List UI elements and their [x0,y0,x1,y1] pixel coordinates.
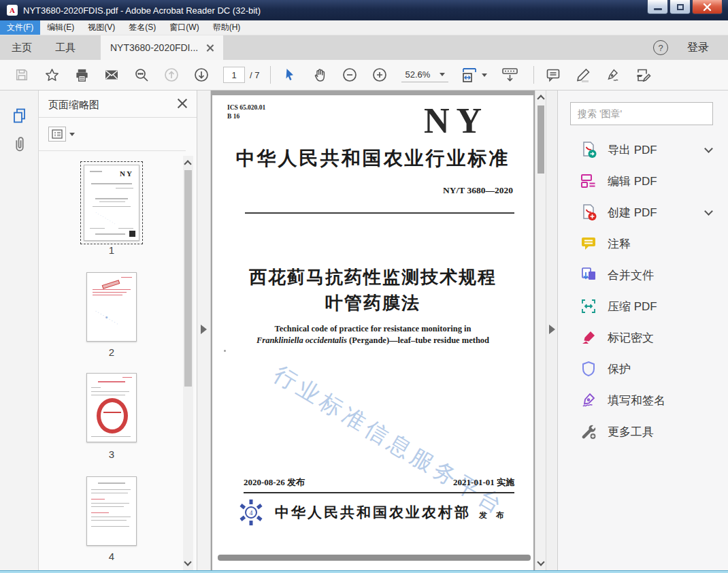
tool-export-pdf[interactable]: 导出 PDF [558,134,728,165]
scroll-down-icon[interactable] [184,558,191,566]
tool-fill-sign[interactable]: 填写和签名 [558,384,728,416]
tool-label: 编辑 PDF [608,174,657,189]
right-panel-gutter [546,91,558,570]
left-panel-gutter [197,91,211,570]
chevron-down-icon [482,73,487,77]
tool-label: 保护 [608,361,631,377]
protect-shield-icon [580,360,597,378]
tool-label: 填写和签名 [608,393,665,408]
tabbar-right: ? 登录 [653,40,728,55]
page-down-icon [193,67,210,83]
toolbar: / 7 52.6% [0,60,728,91]
redact-icon [580,329,597,346]
collapse-right-panel-handle[interactable] [549,325,555,334]
publisher-row: 4 中华人民共和国农业农村部 发 布 [237,497,508,528]
tools-search-input[interactable] [571,103,712,125]
left-rail [0,91,39,570]
toolbar-collapse-button[interactable] [499,67,520,83]
document-vertical-scrollbar[interactable] [535,91,546,570]
close-button[interactable] [692,0,723,14]
maximize-icon [677,4,684,10]
select-tool-button[interactable] [282,67,298,83]
tools-search[interactable] [570,102,713,125]
divider [39,150,186,151]
menu-edit[interactable]: 编辑(E) [40,20,81,35]
tool-comment[interactable]: 注释 [558,228,728,259]
dates-row: 2020-08-26 发布 2021-01-01 实施 [244,476,514,493]
next-page-button[interactable] [193,67,210,83]
menu-sign[interactable]: 签名(S) [122,20,163,35]
create-pdf-icon [580,203,597,221]
menu-help[interactable]: 帮助(H) [206,20,248,35]
hand-tool-button[interactable] [312,67,328,83]
help-button[interactable]: ? [653,40,668,55]
tool-label: 压缩 PDF [608,299,657,314]
tab-document-label: NYT3680-2020FDI... [110,42,198,53]
maximize-button[interactable] [669,0,691,14]
tab-tools[interactable]: 工具 [44,35,87,60]
standard-heading: 中华人民共和国农业行业标准 [212,146,533,171]
collapse-left-panel-handle[interactable] [201,325,207,334]
tool-combine-files[interactable]: 合并文件 [558,259,728,291]
fit-width-dropdown[interactable] [461,66,487,84]
save-button[interactable] [14,67,30,83]
email-button[interactable] [103,67,120,83]
previous-page-button[interactable] [163,67,180,83]
thumbnail-label: 4 [86,551,137,562]
close-icon [703,3,712,12]
thumbnail-page-1[interactable]: NY ········· [84,165,139,241]
menu-view[interactable]: 视图(V) [81,20,122,35]
thumbnail-label: 2 [86,346,137,358]
print-button[interactable] [73,67,90,83]
panel-close-icon[interactable] [177,98,187,108]
chevron-down-icon [704,144,713,153]
tool-compress-pdf[interactable]: 压缩 PDF [558,291,728,322]
scrollbar-thumb[interactable] [537,105,544,174]
implement-date: 2021-01-01 实施 [453,476,514,489]
tab-document[interactable]: NYT3680-2020FDI... [101,35,223,60]
search-button[interactable] [133,67,150,83]
menu-file[interactable]: 文件(F) [0,20,40,35]
zoom-level-dropdown[interactable]: 52.6% [401,67,448,82]
star-button[interactable] [44,67,60,83]
thumbnail-page-2[interactable]: ····●···· [86,272,137,342]
tab-close-icon[interactable] [206,44,214,52]
tool-protect[interactable]: 保护 [558,353,728,384]
tool-label: 创建 PDF [608,205,657,220]
page-thumbnails-rail-button[interactable] [11,107,29,127]
tool-create-pdf[interactable]: 创建 PDF [558,197,728,228]
zoom-in-button[interactable] [371,67,388,83]
zoom-out-button[interactable] [342,67,358,83]
toolbar-divider [533,66,534,84]
acrobat-app-icon: A [7,5,18,16]
thumbnails-options-button[interactable] [48,126,76,142]
scroll-up-icon[interactable] [184,160,191,167]
attachments-rail-button[interactable] [11,135,28,157]
horizontal-scrollbar-thumb[interactable] [218,555,531,561]
zoom-out-icon [342,67,358,83]
scroll-down-icon[interactable] [537,558,544,566]
login-button[interactable]: 登录 [687,41,709,55]
tab-home[interactable]: 主页 [0,35,44,60]
thumbnails-scrollbar[interactable] [183,156,193,570]
export-pdf-icon [580,141,597,159]
page-mark [224,350,226,352]
email-icon [103,67,120,83]
minimize-button[interactable] [647,0,668,14]
tool-more-tools[interactable]: 更多工具 [558,416,728,447]
ministry-emblem-icon: 4 [237,497,265,528]
thumbnail-page-3[interactable] [86,373,137,442]
fill-sign-tool-button[interactable] [635,67,651,83]
scrollbar-thumb[interactable] [184,170,192,387]
scroll-up-icon[interactable] [537,95,544,102]
comment-tool-button[interactable] [545,67,561,83]
search-icon [133,67,150,83]
page-number-input[interactable] [223,67,245,83]
tool-redact[interactable]: 标记密文 [558,322,728,353]
thumbnail-page-4[interactable] [86,476,137,546]
zoom-level-value: 52.6% [405,69,430,80]
highlight-tool-button[interactable] [575,67,591,83]
sign-tool-button[interactable] [605,67,621,83]
tool-edit-pdf[interactable]: 编辑 PDF [558,165,728,197]
menu-window[interactable]: 窗口(W) [163,20,205,35]
